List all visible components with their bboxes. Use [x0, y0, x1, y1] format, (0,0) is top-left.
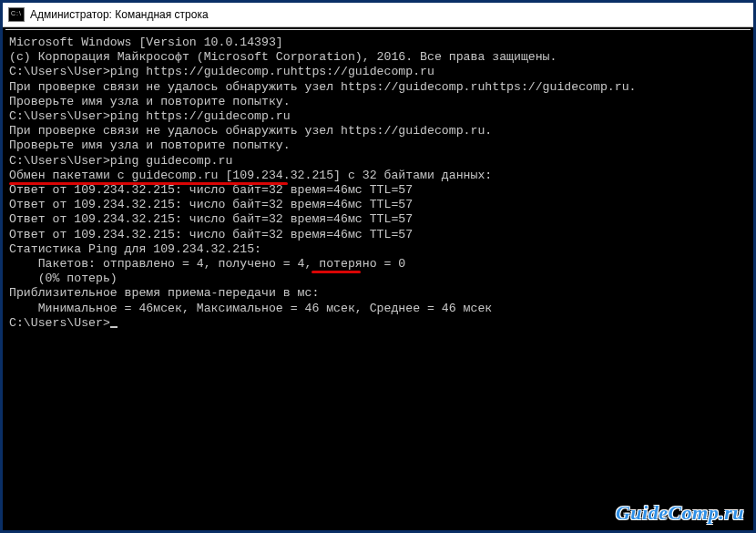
annotation-underline [312, 271, 361, 273]
window-title: Администратор: Командная строка [30, 8, 209, 21]
console-line: Статистика Ping для 109.234.32.215: [9, 242, 751, 257]
console-line: При проверке связи не удалось обнаружить… [9, 124, 751, 138]
annotation-underline [9, 182, 288, 185]
console-line: Пакетов: отправлено = 4, получено = 4, п… [9, 257, 751, 272]
console-area[interactable]: Microsoft Windows [Version 10.0.14393](c… [5, 29, 751, 528]
console-line: (0% потерь) [9, 272, 751, 286]
console-prompt[interactable]: C:\Users\User> [9, 316, 751, 331]
console-line: Ответ от 109.234.32.215: число байт=32 в… [9, 212, 751, 227]
console-line: C:\Users\User>ping guidecomp.ru [9, 154, 751, 169]
titlebar[interactable]: C:\ Администратор: Командная строка [3, 3, 753, 27]
console-line: Приблизительное время приема-передачи в … [9, 286, 751, 301]
console-line: C:\Users\User>ping https://guidecomp.ru [9, 109, 751, 124]
console-line: Ответ от 109.234.32.215: число байт=32 в… [9, 198, 751, 212]
console-line: Минимальное = 46мсек, Максимальное = 46 … [9, 302, 751, 316]
console-line: Проверьте имя узла и повторите попытку. [9, 138, 751, 153]
console-line: Ответ от 109.234.32.215: число байт=32 в… [9, 228, 751, 242]
console-line: Microsoft Windows [Version 10.0.14393] [9, 36, 751, 50]
console-line: При проверке связи не удалось обнаружить… [9, 80, 751, 95]
cursor [110, 326, 117, 328]
console-line: C:\Users\User>ping https://guidecomp.ruh… [9, 65, 751, 79]
console-line: (c) Корпорация Майкрософт (Microsoft Cor… [9, 50, 751, 65]
console-line: Проверьте имя узла и повторите попытку. [9, 95, 751, 109]
window-frame: C:\ Администратор: Командная строка Micr… [0, 0, 756, 533]
console-line: Обмен пакетами с guidecomp.ru [109.234.3… [9, 169, 751, 183]
console-line: Ответ от 109.234.32.215: число байт=32 в… [9, 183, 751, 198]
cmd-icon: C:\ [8, 7, 25, 22]
